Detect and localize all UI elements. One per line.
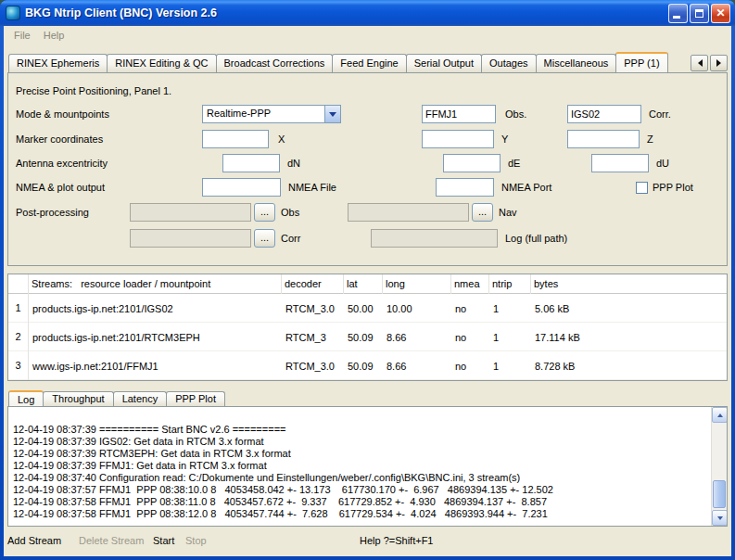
table-header: Streams: resource loader / mountpoint de…: [8, 274, 727, 294]
mode-combobox-value: Realtime-PPP: [203, 106, 324, 122]
cell-bytes: 17.114 kB: [531, 332, 727, 343]
nmea-file-label: NMEA File: [288, 178, 336, 197]
cell-bytes: 5.06 kB: [531, 303, 727, 314]
dn-label: dN: [287, 154, 300, 172]
corr-label: Corr.: [649, 105, 671, 123]
menu-help[interactable]: Help: [37, 28, 71, 43]
tab-rinex-editing-qc[interactable]: RINEX Editing & QC: [107, 54, 216, 72]
help-hint: Help ?=Shift+F1: [360, 535, 434, 546]
tab-miscellaneous[interactable]: Miscellaneous: [536, 54, 617, 72]
nmea-plot-output-label: NMEA & plot output: [16, 178, 105, 197]
log-line: 12-04-19 08:37:58 FFMJ1 PPP 08:38:11.0 8…: [13, 496, 706, 508]
log-line: 12-04-19 08:37:57 FFMJ1 PPP 08:38:10.0 8…: [13, 484, 706, 496]
marker-y-input[interactable]: [422, 130, 494, 148]
obs-mountpoint-input[interactable]: [422, 105, 496, 123]
nmea-port-input[interactable]: [436, 178, 494, 197]
tab-ppp-plot[interactable]: PPP Plot: [166, 391, 225, 406]
log-line: 12-04-19 08:37:39 ========== Start BNC v…: [13, 424, 706, 436]
cell-long: 8.66: [383, 361, 451, 372]
antenna-du-input[interactable]: [591, 154, 649, 172]
chevron-right-icon: [716, 59, 725, 67]
row-number: 3: [8, 351, 29, 380]
nmea-port-label: NMEA Port: [501, 178, 551, 197]
post-obs-label: Obs: [281, 203, 299, 222]
cell-nmea: no: [451, 332, 489, 343]
post-obs-browse-button[interactable]: ...: [254, 203, 275, 222]
start-button[interactable]: Start: [153, 535, 174, 546]
bottom-tab-bar: Log Throughput Latency PPP Plot: [8, 389, 728, 406]
maximize-button[interactable]: [690, 4, 709, 23]
tab-feed-engine[interactable]: Feed Engine: [332, 54, 406, 72]
tab-scroll-right-button[interactable]: [710, 55, 728, 71]
chevron-left-icon: [694, 59, 703, 67]
ppp-plot-checkbox[interactable]: [636, 182, 648, 194]
table-row[interactable]: 1 products.igs-ip.net:2101/IGS02 RTCM_3.…: [8, 294, 727, 323]
log-view: 12-04-19 08:37:39 ========== Start BNC v…: [7, 406, 728, 527]
corr-mountpoint-input[interactable]: [567, 105, 641, 123]
antenna-de-input[interactable]: [443, 154, 501, 172]
scroll-thumb[interactable]: [713, 480, 726, 508]
stop-button: Stop: [185, 535, 207, 546]
app-window: BKG Ntrip Client (BNC) Version 2.6 ✕ Fil…: [0, 0, 735, 560]
post-obs-input: [130, 203, 251, 222]
tab-throughput[interactable]: Throughput: [43, 391, 113, 406]
du-label: dU: [656, 154, 669, 172]
cell-decoder: RTCM_3: [282, 332, 344, 343]
chevron-down-icon: [717, 516, 723, 523]
row-number: 2: [8, 323, 29, 351]
post-log-input: [371, 229, 498, 248]
post-log-label: Log (full path): [505, 229, 567, 248]
antenna-dn-input[interactable]: [222, 154, 280, 172]
ppp-plot-label: PPP Plot: [653, 178, 693, 197]
cell-ntrip: 1: [489, 303, 531, 314]
tab-broadcast-corrections[interactable]: Broadcast Corrections: [216, 54, 334, 72]
titlebar: BKG Ntrip Client (BNC) Version 2.6 ✕: [0, 0, 735, 26]
cell-long: 8.66: [383, 332, 451, 343]
tab-scroll-left-button[interactable]: [691, 55, 708, 71]
add-stream-button[interactable]: Add Stream: [7, 535, 61, 546]
window-controls: ✕: [666, 4, 730, 23]
scroll-up-button[interactable]: [712, 407, 728, 423]
mode-combobox[interactable]: Realtime-PPP: [202, 105, 341, 123]
close-button[interactable]: ✕: [711, 4, 730, 23]
marker-z-input[interactable]: [567, 130, 640, 148]
cell-lat: 50.09: [344, 361, 383, 372]
cell-mountpoint: products.igs-ip.net:2101/IGS02: [29, 303, 282, 314]
header-nmea: nmea: [451, 274, 489, 294]
post-corr-input: [130, 229, 251, 248]
scroll-down-button[interactable]: [712, 510, 728, 526]
log-line: 12-04-19 08:37:39 FFMJ1: Get data in RTC…: [13, 460, 706, 472]
post-corr-browse-button[interactable]: ...: [254, 229, 275, 248]
streams-table: Streams: resource loader / mountpoint de…: [7, 274, 728, 381]
table-row[interactable]: 3 www.igs-ip.net:2101/FFMJ1 RTCM_3.0 50.…: [8, 351, 727, 380]
delete-stream-button: Delete Stream: [79, 535, 144, 546]
header-lat: lat: [344, 274, 383, 294]
z-label: Z: [647, 130, 653, 148]
mode-mountpoints-label: Mode & mountpoints: [16, 105, 109, 123]
marker-x-input[interactable]: [202, 130, 269, 148]
header-bytes: bytes: [531, 274, 727, 294]
app-icon: [6, 6, 20, 20]
maximize-icon: [695, 9, 703, 18]
combo-dropdown-button[interactable]: [324, 106, 340, 122]
x-label: X: [278, 130, 285, 148]
tab-log[interactable]: Log: [8, 390, 44, 406]
post-nav-label: Nav: [499, 203, 517, 222]
minimize-button[interactable]: [668, 4, 688, 23]
antenna-excentricity-label: Antenna excentricity: [16, 154, 108, 172]
marker-coordinates-label: Marker coordinates: [16, 130, 103, 148]
table-row[interactable]: 2 products.igs-ip.net:2101/RTCM3EPH RTCM…: [8, 323, 727, 351]
post-nav-browse-button[interactable]: ...: [472, 203, 493, 222]
tab-latency[interactable]: Latency: [113, 391, 168, 406]
post-processing-label: Post-processing: [16, 203, 89, 222]
tab-rinex-ephemeris[interactable]: RINEX Ephemeris: [8, 54, 108, 72]
tab-serial-output[interactable]: Serial Output: [406, 54, 482, 72]
nmea-file-input[interactable]: [202, 178, 281, 197]
tab-ppp-1[interactable]: PPP (1): [615, 52, 667, 72]
ppp-panel: Precise Point Positioning, Panel 1. Mode…: [7, 72, 728, 266]
tab-outages[interactable]: Outages: [481, 54, 537, 72]
minimize-icon: [673, 16, 680, 19]
vertical-scrollbar[interactable]: [711, 407, 727, 526]
menu-file[interactable]: File: [7, 28, 37, 43]
log-lines: 12-04-19 08:37:39 ========== Start BNC v…: [13, 424, 706, 520]
